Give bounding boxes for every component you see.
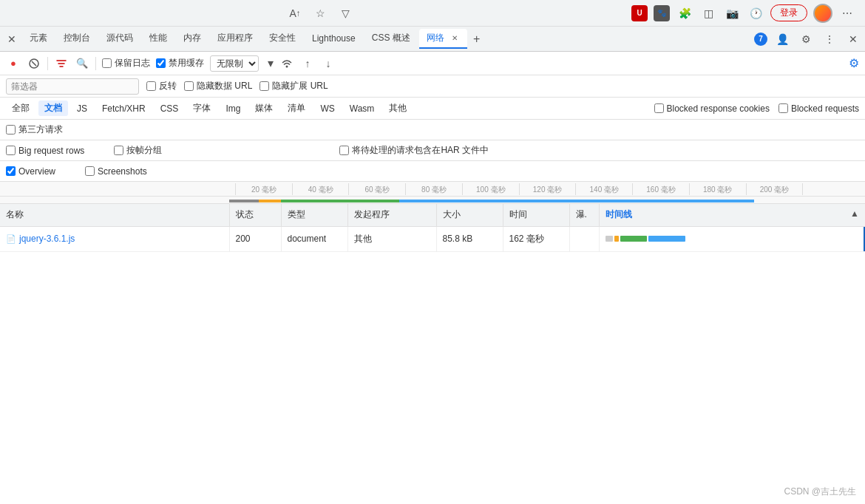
type-btn-font[interactable]: 字体: [187, 101, 217, 116]
hide-ext-url-checkbox[interactable]: 隐藏扩展 URL: [260, 80, 328, 92]
close-network-tab-icon[interactable]: ✕: [450, 33, 460, 44]
screenshots-checkbox[interactable]: Screenshots: [85, 166, 147, 177]
upload-icon[interactable]: ↑: [300, 56, 315, 71]
type-btn-css[interactable]: CSS: [155, 102, 185, 115]
tab-security[interactable]: 安全性: [262, 29, 303, 49]
third-party-checkbox[interactable]: 第三方请求: [6, 123, 63, 136]
preserve-log-checkbox[interactable]: 保留日志: [102, 57, 150, 69]
group-by-frame-input[interactable]: [114, 146, 123, 155]
th-time[interactable]: 时间: [503, 204, 569, 226]
tab-performance[interactable]: 性能: [142, 29, 174, 49]
th-timeline[interactable]: 时间线 ▲: [599, 204, 865, 226]
options-row-3: Overview Screenshots: [0, 161, 865, 182]
type-btn-document[interactable]: 文档: [38, 101, 68, 116]
tab-css-overview[interactable]: CSS 概述: [364, 29, 418, 49]
big-request-rows-input[interactable]: [6, 146, 16, 155]
tab-elements[interactable]: 元素: [22, 29, 55, 49]
hide-data-url-checkbox[interactable]: 隐藏数据 URL: [184, 80, 252, 92]
login-button[interactable]: 登录: [770, 4, 807, 21]
filter-toggle-icon[interactable]: [54, 56, 69, 71]
more-icon[interactable]: ⋯: [838, 4, 856, 22]
options-row-2: Big request rows 按帧分组 将待处理的请求包含在HAR 文件中: [0, 140, 865, 161]
cell-name: 📄 jquery-3.6.1.js: [0, 226, 229, 251]
type-btn-wasm[interactable]: Wasm: [344, 102, 381, 115]
screenshot-icon[interactable]: 📷: [723, 4, 741, 22]
close-devtools-icon[interactable]: ✕: [3, 30, 21, 48]
record-button[interactable]: ●: [6, 56, 21, 71]
include-in-har-input[interactable]: [339, 146, 349, 155]
star-icon[interactable]: ☆: [311, 4, 329, 22]
type-btn-fetch-xhr[interactable]: Fetch/XHR: [96, 102, 152, 115]
history-icon[interactable]: 🕐: [747, 4, 764, 22]
bar-extra: [648, 236, 685, 242]
big-request-rows-checkbox[interactable]: Big request rows: [6, 146, 84, 156]
devtools-tabs-bar: ✕ 元素 控制台 源代码 性能 内存 应用程序 安全性 Lighthouse C…: [0, 27, 865, 52]
search-icon[interactable]: 🔍: [75, 56, 89, 71]
type-btn-all[interactable]: 全部: [6, 101, 35, 116]
tab-memory[interactable]: 内存: [176, 29, 208, 49]
throttle-dropdown-icon[interactable]: ▾: [268, 56, 274, 70]
overview-checkbox[interactable]: Overview: [6, 166, 55, 177]
preserve-log-input[interactable]: [102, 58, 112, 68]
type-btn-js[interactable]: JS: [71, 102, 93, 115]
type-btn-other[interactable]: 其他: [383, 101, 413, 116]
disable-cache-input[interactable]: [156, 58, 166, 68]
screenshots-input[interactable]: [85, 166, 95, 176]
avatar[interactable]: [813, 4, 832, 23]
type-btn-manifest[interactable]: 清单: [282, 101, 311, 116]
blocked-requests-checkbox[interactable]: Blocked requests: [778, 103, 859, 114]
tick-120: 120 毫秒: [519, 183, 576, 195]
third-party-input[interactable]: [6, 125, 16, 134]
include-in-har-checkbox[interactable]: 将待处理的请求包含在HAR 文件中: [339, 144, 489, 157]
filter-input[interactable]: [6, 78, 139, 95]
tab-console[interactable]: 控制台: [56, 29, 98, 49]
shield-icon[interactable]: U: [631, 5, 648, 21]
tab-application[interactable]: 应用程序: [210, 29, 260, 49]
close-devtools-button[interactable]: ✕: [844, 30, 862, 48]
blocked-response-cookies-input[interactable]: [654, 103, 664, 113]
blocked-response-cookies-checkbox[interactable]: Blocked response cookies: [654, 103, 770, 114]
divider2: [95, 57, 96, 70]
topbar-right: U 🐾 🧩 ◫ 📷 🕐 登录 ⋯: [631, 4, 856, 23]
invert-input[interactable]: [146, 81, 156, 91]
download-icon[interactable]: ↓: [321, 56, 336, 71]
throttle-select[interactable]: 无限制: [210, 55, 259, 72]
puzzle-icon[interactable]: 🧩: [676, 4, 693, 22]
text-size-icon[interactable]: A↑: [286, 4, 304, 22]
clear-button[interactable]: [27, 56, 41, 71]
wifi-icon[interactable]: [279, 56, 294, 71]
dropdown-icon[interactable]: ▽: [336, 4, 354, 22]
table-row[interactable]: 📄 jquery-3.6.1.js 200 document 其他 85.8 k…: [0, 226, 865, 251]
tab-sources[interactable]: 源代码: [99, 29, 140, 49]
th-type[interactable]: 类型: [281, 204, 347, 226]
th-waterfall[interactable]: 瀑.: [569, 204, 599, 226]
type-btn-media[interactable]: 媒体: [249, 101, 279, 116]
tick-180: 180 毫秒: [689, 183, 746, 195]
type-btn-ws[interactable]: WS: [314, 102, 340, 115]
group-by-frame-checkbox[interactable]: 按帧分组: [114, 144, 162, 157]
split-icon[interactable]: ◫: [699, 4, 717, 22]
disable-cache-checkbox[interactable]: 禁用缓存: [156, 57, 204, 69]
add-tab-button[interactable]: +: [469, 30, 484, 49]
overview-input[interactable]: [6, 166, 16, 176]
extension-icon[interactable]: 🐾: [654, 5, 670, 21]
tab-network[interactable]: 网络 ✕: [419, 29, 467, 49]
th-status[interactable]: 状态: [229, 204, 281, 226]
invert-checkbox[interactable]: 反转: [146, 80, 177, 92]
file-icon: 📄: [6, 234, 16, 244]
th-initiator[interactable]: 发起程序: [347, 204, 436, 226]
tab-lighthouse[interactable]: Lighthouse: [305, 30, 363, 48]
settings-icon[interactable]: ⚙: [797, 30, 815, 48]
tick-80: 80 毫秒: [405, 183, 462, 195]
more-devtools-icon[interactable]: ⋮: [821, 30, 838, 48]
th-size[interactable]: 大小: [436, 204, 503, 226]
person-icon[interactable]: 👤: [773, 30, 791, 48]
network-settings-icon[interactable]: ⚙: [849, 56, 859, 70]
hide-data-url-input[interactable]: [184, 81, 194, 91]
type-btn-img[interactable]: Img: [220, 102, 246, 115]
blocked-requests-input[interactable]: [778, 103, 788, 113]
tick-20: 20 毫秒: [235, 183, 292, 195]
hide-ext-url-input[interactable]: [260, 81, 269, 91]
type-filter-bar: 全部 文档 JS Fetch/XHR CSS 字体 Img 媒体 清单 WS W…: [0, 98, 865, 120]
th-name[interactable]: 名称: [0, 204, 229, 226]
